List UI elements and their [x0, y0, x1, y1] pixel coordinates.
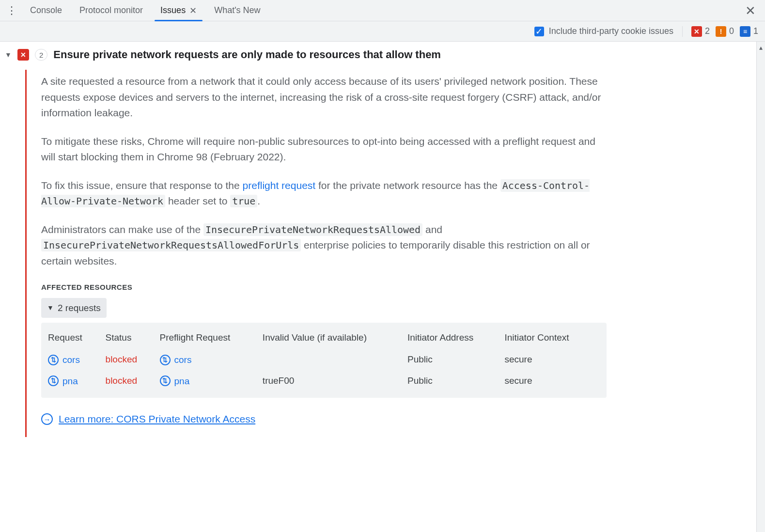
tab-whats-new[interactable]: What's New	[205, 0, 269, 21]
requests-count-label: 2 requests	[58, 301, 101, 315]
invalid-value-cell	[263, 349, 407, 370]
chevron-down-icon[interactable]: ▼	[5, 51, 12, 59]
issue-counts: ✕ 2 ! 0 ≡ 1	[691, 26, 758, 37]
initiator-context-cell: secure	[504, 370, 600, 391]
tab-issues[interactable]: Issues ✕	[152, 0, 205, 21]
network-icon: ⇅	[160, 355, 171, 365]
text-fragment: header set to	[165, 195, 230, 206]
tab-label: Console	[30, 5, 62, 16]
request-link[interactable]: ⇅cors	[48, 353, 80, 367]
initiator-context-cell: secure	[504, 349, 600, 370]
requests-table: Request Status Preflight Request Invalid…	[41, 323, 607, 398]
issues-panel: ▴ ▼ ✕ 2 Ensure private network requests …	[0, 42, 765, 532]
issue-title: Ensure private network requests are only…	[53, 48, 441, 61]
issue-description-paragraph: To fix this issue, ensure that response …	[41, 178, 607, 209]
requests-toggle[interactable]: ▼ 2 requests	[41, 298, 107, 318]
text-fragment: for the private network resource has the	[315, 180, 500, 191]
tabs-container: Console Protocol monitor Issues ✕ What's…	[21, 0, 269, 21]
more-menu-icon[interactable]: ⋮	[2, 0, 21, 21]
include-third-party-checkbox[interactable]: ✓ Include third-party cookie issues	[534, 26, 673, 36]
chevron-down-icon: ▼	[47, 303, 54, 313]
request-link[interactable]: ⇅pna	[48, 374, 78, 388]
network-icon: ⇅	[48, 355, 59, 365]
devtools-tabbar: ⋮ Console Protocol monitor Issues ✕ What…	[0, 0, 765, 21]
initiator-address-cell: Public	[407, 349, 504, 370]
preflight-link[interactable]: ⇅cors	[160, 353, 192, 367]
text-fragment: Administrators can make use of the	[41, 224, 203, 235]
error-count: 2	[705, 26, 710, 36]
network-icon: ⇅	[160, 376, 171, 386]
col-initiator-address: Initiator Address	[407, 328, 504, 348]
code-policy-1: InsecurePrivateNetworkRequestsAllowed	[203, 223, 422, 236]
tab-label: What's New	[214, 5, 260, 16]
issue-count-badge: 2	[35, 49, 47, 61]
affected-resources-label: AFFECTED RESOURCES	[41, 282, 607, 293]
issue-description-paragraph: Administrators can make use of the Insec…	[41, 222, 607, 269]
error-icon: ✕	[691, 26, 702, 37]
warning-icon: !	[716, 26, 726, 37]
tab-label: Issues	[160, 5, 186, 16]
col-invalid-value: Invalid Value (if available)	[263, 328, 407, 348]
col-preflight: Preflight Request	[160, 328, 263, 348]
tab-console[interactable]: Console	[21, 0, 71, 21]
issue-item: ▼ ✕ 2 Ensure private network requests ar…	[0, 42, 756, 452]
scroll-up-icon: ▴	[757, 44, 765, 51]
request-name: pna	[62, 374, 78, 388]
preflight-name: cors	[174, 353, 192, 367]
warning-count: 0	[729, 26, 734, 36]
info-icon: ≡	[740, 26, 750, 37]
preflight-link[interactable]: ⇅pna	[160, 374, 190, 388]
network-icon: ⇅	[48, 376, 59, 386]
check-icon: ✓	[534, 27, 544, 36]
tab-label: Protocol monitor	[79, 5, 143, 16]
scrollbar[interactable]: ▴	[756, 42, 765, 532]
text-fragment: .	[257, 195, 260, 206]
issue-body: A site requested a resource from a netwo…	[25, 70, 607, 437]
request-name: cors	[62, 353, 80, 367]
issue-description-paragraph: To mitigate these risks, Chrome will req…	[41, 134, 607, 165]
col-initiator-context: Initiator Context	[504, 328, 600, 348]
info-count: 1	[753, 26, 758, 36]
learn-more-text: Learn more: CORS Private Network Access	[59, 411, 255, 427]
checkbox-label: Include third-party cookie issues	[549, 26, 673, 36]
issue-header[interactable]: ▼ ✕ 2 Ensure private network requests ar…	[5, 48, 744, 61]
status-cell: blocked	[106, 349, 160, 370]
table-row: ⇅pna blocked ⇅pna trueF00 Public secure	[48, 370, 600, 391]
invalid-value-cell: trueF00	[263, 370, 407, 391]
table-row: ⇅cors blocked ⇅cors Public secure	[48, 349, 600, 370]
col-status: Status	[106, 328, 160, 348]
col-request: Request	[48, 328, 106, 348]
issue-description-paragraph: A site requested a resource from a netwo…	[41, 74, 607, 121]
divider	[682, 26, 683, 37]
error-count-badge[interactable]: ✕ 2	[691, 26, 710, 37]
preflight-request-link[interactable]: preflight request	[243, 180, 316, 191]
preflight-name: pna	[174, 374, 190, 388]
arrow-right-icon: →	[41, 413, 53, 425]
issues-toolbar: ✓ Include third-party cookie issues ✕ 2 …	[0, 21, 765, 42]
close-icon[interactable]: ✕	[189, 5, 197, 16]
table-header-row: Request Status Preflight Request Invalid…	[48, 328, 600, 348]
error-icon: ✕	[17, 49, 29, 61]
text-fragment: and	[422, 224, 442, 235]
code-policy-2: InsecurePrivateNetworkRequestsAllowedFor…	[41, 239, 301, 251]
initiator-address-cell: Public	[407, 370, 504, 391]
learn-more-link[interactable]: → Learn more: CORS Private Network Acces…	[41, 411, 255, 427]
warning-count-badge[interactable]: ! 0	[716, 26, 734, 37]
status-cell: blocked	[106, 370, 160, 391]
text-fragment: To fix this issue, ensure that response …	[41, 180, 243, 191]
info-count-badge[interactable]: ≡ 1	[740, 26, 758, 37]
close-panel-icon[interactable]: ✕	[741, 0, 760, 21]
code-true: true	[230, 195, 257, 207]
tab-protocol-monitor[interactable]: Protocol monitor	[71, 0, 152, 21]
